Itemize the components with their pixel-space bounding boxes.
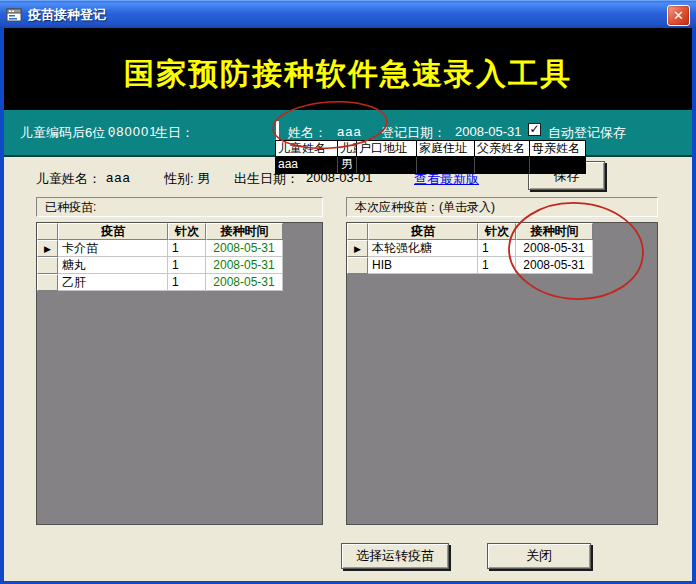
lookup-col-mother-name[interactable]: 母亲姓名: [530, 141, 585, 157]
lookup-col-home-address[interactable]: 家庭住址: [417, 141, 475, 157]
titlebar: 疫苗接种登记 ✕: [0, 0, 696, 28]
dose-cell[interactable]: 1: [168, 257, 206, 274]
row-selector[interactable]: [37, 274, 58, 291]
banner-title: 国家预防接种软件急速录入工具: [4, 54, 692, 95]
due-grid-header: 疫苗 针次 接种时间: [347, 223, 657, 240]
reg-date-value: 2008-05-31: [455, 124, 522, 139]
name-lookup-grid: 儿童姓名 儿童性别 户口地址 家庭住址 父亲姓名 母亲姓名 aaa 男: [275, 140, 586, 174]
dose-cell[interactable]: 1: [168, 240, 206, 257]
table-row[interactable]: 乙肝 1 2008-05-31: [37, 274, 322, 291]
lookup-cell-home-address[interactable]: [417, 157, 475, 173]
row-pointer-icon: ▶: [354, 244, 361, 254]
dose-column-header[interactable]: 针次: [478, 223, 516, 240]
dose-cell[interactable]: 1: [478, 257, 516, 274]
lookup-col-registered-address[interactable]: 户口地址: [357, 141, 417, 157]
name-input-value[interactable]: aaa: [337, 124, 362, 139]
select-rotating-vaccine-button[interactable]: 选择运转疫苗: [341, 543, 449, 569]
auto-save-checkbox[interactable]: ✓: [528, 123, 541, 136]
birthday-label: 生日：: [155, 124, 194, 142]
gender-value: 性别: 男: [164, 170, 210, 188]
window-border-left: [0, 28, 4, 584]
text-caret: [276, 121, 279, 140]
vaccine-cell[interactable]: 糖丸: [58, 257, 168, 274]
due-grid: 疫苗 针次 接种时间 ▶ 本轮强化糖 1 2008-05-31 HIB 1 20…: [346, 222, 658, 525]
selector-header-cell: [347, 223, 368, 240]
date-column-header[interactable]: 接种时间: [516, 223, 593, 240]
vaccinated-panel-title: 已种疫苗:: [36, 197, 323, 217]
app-window: 疫苗接种登记 ✕ 国家预防接种软件急速录入工具 儿童编码后6位： 080001 …: [0, 0, 696, 584]
vaccine-cell[interactable]: 卡介苗: [58, 240, 168, 257]
close-icon[interactable]: ✕: [667, 5, 690, 26]
row-selector[interactable]: [37, 257, 58, 274]
lookup-col-father-name[interactable]: 父亲姓名: [475, 141, 530, 157]
dose-cell[interactable]: 1: [478, 240, 516, 257]
dose-column-header[interactable]: 针次: [168, 223, 206, 240]
lookup-cell-father-name[interactable]: [475, 157, 530, 173]
window-border-right: [692, 28, 696, 584]
lookup-cell-gender[interactable]: 男: [338, 157, 357, 173]
vaccine-cell[interactable]: 本轮强化糖: [368, 240, 478, 257]
dose-cell[interactable]: 1: [168, 274, 206, 291]
vaccinated-grid: 疫苗 针次 接种时间 ▶ 卡介苗 1 2008-05-31 糖丸 1 2008-…: [36, 222, 323, 525]
vaccine-column-header[interactable]: 疫苗: [368, 223, 478, 240]
date-column-header[interactable]: 接种时间: [206, 223, 283, 240]
close-form-button[interactable]: 关闭: [487, 543, 591, 569]
row-selector[interactable]: ▶: [37, 240, 58, 257]
lookup-col-child-name[interactable]: 儿童姓名: [276, 141, 338, 157]
child-name-value: aaa: [106, 170, 131, 185]
table-row[interactable]: ▶ 本轮强化糖 1 2008-05-31: [347, 240, 657, 257]
due-panel-title: 本次应种疫苗：(单击录入): [346, 197, 658, 217]
row-pointer-icon: ▶: [44, 244, 51, 254]
window-title: 疫苗接种登记: [28, 6, 106, 24]
vaccine-cell[interactable]: 乙肝: [58, 274, 168, 291]
date-cell[interactable]: 2008-05-31: [516, 257, 593, 274]
date-cell[interactable]: 2008-05-31: [206, 240, 283, 257]
vaccinated-grid-header: 疫苗 针次 接种时间: [37, 223, 322, 240]
child-name-label: 儿童姓名：: [36, 170, 101, 188]
row-selector[interactable]: [347, 257, 368, 274]
lookup-result-row[interactable]: aaa 男: [276, 157, 585, 173]
table-row[interactable]: 糖丸 1 2008-05-31: [37, 257, 322, 274]
selector-header-cell: [37, 223, 58, 240]
app-banner: 国家预防接种软件急速录入工具: [4, 28, 692, 110]
lookup-header-row: 儿童姓名 儿童性别 户口地址 家庭住址 父亲姓名 母亲姓名: [276, 141, 585, 157]
date-cell[interactable]: 2008-05-31: [206, 274, 283, 291]
child-code-label: 儿童编码后6位：: [20, 124, 118, 142]
date-cell[interactable]: 2008-05-31: [206, 257, 283, 274]
vaccine-column-header[interactable]: 疫苗: [58, 223, 168, 240]
lookup-cell-registered-address[interactable]: [357, 157, 417, 173]
lookup-col-gender[interactable]: 儿童性别: [338, 141, 357, 157]
table-row[interactable]: HIB 1 2008-05-31: [347, 257, 657, 274]
table-row[interactable]: ▶ 卡介苗 1 2008-05-31: [37, 240, 322, 257]
child-code-value: 080001: [108, 124, 157, 139]
lookup-cell-mother-name[interactable]: [530, 157, 585, 173]
lookup-cell-name[interactable]: aaa: [276, 157, 338, 173]
date-cell[interactable]: 2008-05-31: [516, 240, 593, 257]
form-icon: [6, 7, 22, 23]
vaccine-cell[interactable]: HIB: [368, 257, 478, 274]
row-selector[interactable]: ▶: [347, 240, 368, 257]
